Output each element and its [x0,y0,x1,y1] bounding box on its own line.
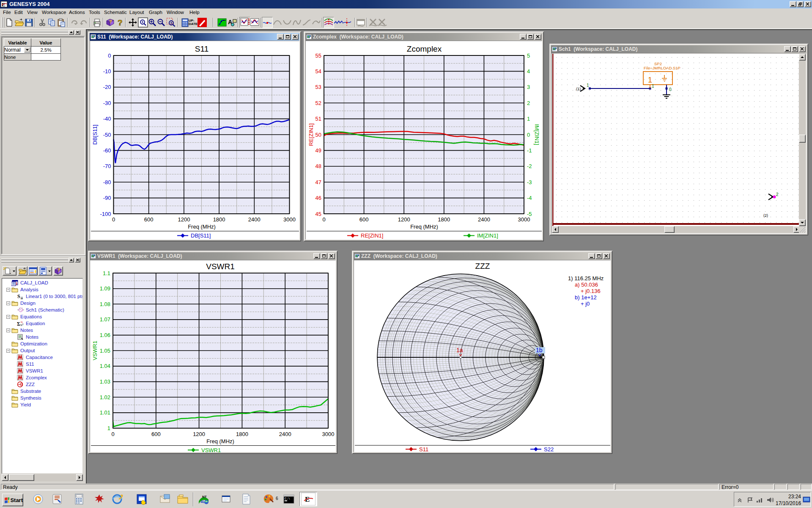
svg-text:1.02: 1.02 [100,394,110,400]
svg-text:2400: 2400 [279,431,291,437]
svg-text:-100: -100 [100,211,111,217]
svg-text:-40: -40 [103,116,111,122]
svg-text:-50: -50 [103,132,111,138]
svg-text:1.05: 1.05 [100,348,110,354]
svg-text:1200: 1200 [193,431,205,437]
svg-text:S: S [17,293,20,299]
svg-text:45: 45 [315,211,321,217]
svg-text:51: 51 [315,116,321,122]
svg-text:49: 49 [315,147,321,154]
svg-text:N: N [21,321,22,323]
svg-text:RE[ZIN1]: RE[ZIN1] [308,123,314,146]
svg-text:-3: -3 [527,179,532,185]
svg-text:?: ? [118,18,123,27]
svg-text:a) 50.036: a) 50.036 [575,282,598,288]
svg-text:-70: -70 [103,163,111,169]
svg-text:1: 1 [527,116,530,122]
svg-text:0: 0 [322,216,325,223]
svg-text:S11: S11 [419,446,428,453]
svg-text:S11: S11 [195,44,208,53]
svg-text:1a: 1a [456,347,463,353]
svg-text:1.01: 1.01 [100,409,110,416]
svg-text:1b: 1b [536,347,543,353]
svg-text:0: 0 [108,52,111,59]
svg-text:VSWR1: VSWR1 [92,341,98,360]
svg-text:600: 600 [151,431,161,437]
svg-text:DB[S11]: DB[S11] [92,124,98,144]
svg-text:.(1): .(1) [575,87,581,91]
svg-text:1: 1 [652,84,654,88]
svg-text:2400: 2400 [248,216,261,223]
svg-text:File=JMRLOAD.S1P: File=JMRLOAD.S1P [644,66,680,70]
svg-text:1: 1 [587,83,589,88]
svg-text:VSWR1: VSWR1 [206,262,235,271]
svg-text:1) 116.25 MHz: 1) 116.25 MHz [568,275,604,282]
svg-text:4: 4 [527,68,530,75]
svg-text:(2): (2) [763,213,768,218]
svg-text:0: 0 [527,132,530,138]
svg-text:2: 2 [527,100,530,106]
svg-text:1.07: 1.07 [100,316,110,323]
svg-text:-30: -30 [103,100,111,106]
svg-text:600: 600 [144,216,154,223]
svg-text:1.06: 1.06 [100,332,110,338]
svg-text:1.09: 1.09 [100,285,110,292]
svg-text:RE[ZIN1]: RE[ZIN1] [361,232,383,239]
svg-text:52: 52 [315,100,321,106]
svg-text:54: 54 [315,68,321,75]
svg-text:ZZZ: ZZZ [475,262,490,271]
svg-text:DB[S11]: DB[S11] [191,232,211,239]
svg-text:-80: -80 [103,179,111,185]
svg-text:3000: 3000 [283,216,296,223]
svg-text:b) 1e+12: b) 1e+12 [575,294,597,301]
svg-text:1800: 1800 [438,216,450,223]
svg-text:1800: 1800 [213,216,225,223]
svg-text:IM[ZIN1]: IM[ZIN1] [534,124,540,145]
svg-text:5: 5 [527,52,530,59]
svg-text:50: 50 [315,132,321,138]
svg-text:1: 1 [648,76,652,84]
svg-text:-4: -4 [527,195,532,201]
svg-text:ij: ij [21,296,23,299]
svg-text:2400: 2400 [478,216,490,223]
svg-text:1: 1 [107,425,110,431]
svg-text:VSWR1: VSWR1 [201,447,221,453]
svg-text:?: ? [58,268,60,273]
svg-text:C:\: C:\ [285,497,290,500]
svg-text:3: 3 [527,84,530,90]
svg-text:-2: -2 [527,163,532,169]
svg-text:1.03: 1.03 [100,378,110,385]
svg-text:1200: 1200 [398,216,410,223]
svg-text:1.1: 1.1 [103,270,110,276]
svg-text:?: ? [109,19,112,24]
svg-text:47: 47 [315,179,321,185]
svg-text:53: 53 [315,84,321,90]
svg-text:IM[ZIN1]: IM[ZIN1] [477,232,498,239]
svg-text:46: 46 [315,195,321,201]
svg-text:-1: -1 [527,147,532,154]
svg-text:Freq (MHz): Freq (MHz) [410,224,438,230]
svg-text:Freq (MHz): Freq (MHz) [206,438,234,444]
svg-text:600: 600 [359,216,369,223]
svg-text:+ j0: + j0 [581,301,590,307]
svg-text:3000: 3000 [322,431,335,437]
svg-text:0: 0 [112,216,115,223]
svg-text:-60: -60 [103,147,111,154]
svg-text:-90: -90 [103,195,111,201]
svg-text:S22: S22 [544,446,554,453]
svg-text:1.08: 1.08 [100,301,110,307]
svg-text:-10: -10 [103,68,111,75]
svg-text:2: 2 [776,192,779,197]
svg-text:1800: 1800 [236,431,248,437]
svg-text:48: 48 [315,163,321,169]
svg-text:Freq (MHz): Freq (MHz) [188,224,216,230]
svg-text:3000: 3000 [518,216,530,223]
svg-text:NT: NT [202,495,207,499]
svg-text:55: 55 [315,52,321,59]
svg-text:-20: -20 [103,84,111,90]
svg-text:0: 0 [111,431,114,437]
svg-text:1200: 1200 [178,216,190,223]
svg-text:Σ: Σ [17,321,20,326]
svg-text:0: 0 [669,87,672,92]
svg-text:+ j0.136: + j0.136 [581,288,601,294]
